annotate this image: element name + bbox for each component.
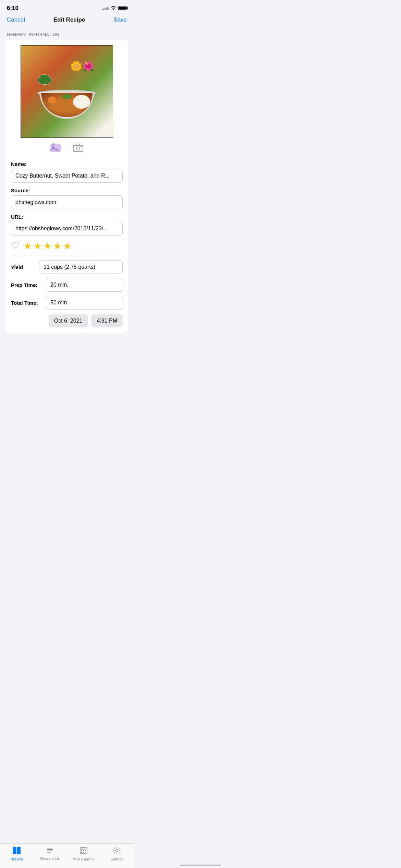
date-button[interactable]: Oct 6, 2021 [49,314,88,327]
url-label: URL: [11,214,123,220]
svg-rect-3 [52,143,55,145]
total-time-input[interactable] [46,296,123,310]
source-input[interactable] [11,195,123,209]
prep-time-row: Prep Time: [11,278,123,292]
yield-input[interactable] [39,260,123,274]
recipe-image[interactable]: 🌼🌺 [21,45,113,138]
svg-point-6 [81,146,82,147]
source-field-group: Source: [11,188,123,209]
star-3[interactable]: ★ [43,240,52,252]
name-input[interactable] [11,169,123,183]
name-label: Name: [11,161,123,167]
yield-label: Yield [11,264,35,270]
recipe-image-container: 🌼🌺 [11,45,123,138]
star-4[interactable]: ★ [53,240,62,252]
prep-time-input[interactable] [46,278,123,292]
signal-icon [101,7,109,10]
total-time-label: Total Time: [11,300,42,306]
photo-library-icon [50,143,61,155]
curry-illustration: 🌼🌺 [33,57,101,126]
content-area: GENERAL INFORMATION 🌼🌺 [0,28,134,370]
save-button[interactable]: Save [113,16,127,23]
camera-button[interactable] [72,143,84,155]
status-time: 6:10 [7,5,19,12]
star-2[interactable]: ★ [33,240,42,252]
url-input[interactable] [11,222,123,236]
total-time-row: Total Time: [11,296,123,310]
battery-icon [118,6,127,10]
svg-rect-1 [50,144,61,152]
status-icons [101,5,127,11]
name-field-group: Name: [11,161,123,183]
cancel-button[interactable]: Cancel [7,16,25,23]
divider [11,256,123,256]
nav-bar: Cancel Edit Recipe Save [0,14,134,28]
star-5[interactable]: ★ [63,240,72,252]
svg-point-5 [76,147,80,150]
rating-row: ★ ★ ★ ★ ★ [11,240,123,252]
yield-row: Yield [11,260,123,274]
page-title: Edit Recipe [53,16,85,23]
general-info-card: 🌼🌺 [5,40,128,333]
section-header-general: GENERAL INFORMATION [5,28,128,40]
status-bar: 6:10 [0,0,134,14]
heart-icon[interactable] [11,241,19,251]
photo-library-button[interactable] [49,143,62,155]
datetime-row: Oct 6, 2021 4:31 PM [11,314,123,327]
star-1[interactable]: ★ [23,240,32,252]
prep-time-label: Prep Time: [11,282,42,288]
time-button[interactable]: 4:31 PM [91,314,123,327]
source-label: Source: [11,188,123,193]
wifi-icon [111,5,116,11]
camera-icon [73,143,83,154]
star-rating[interactable]: ★ ★ ★ ★ ★ [23,240,72,252]
image-actions [11,143,123,155]
url-field-group: URL: [11,214,123,236]
